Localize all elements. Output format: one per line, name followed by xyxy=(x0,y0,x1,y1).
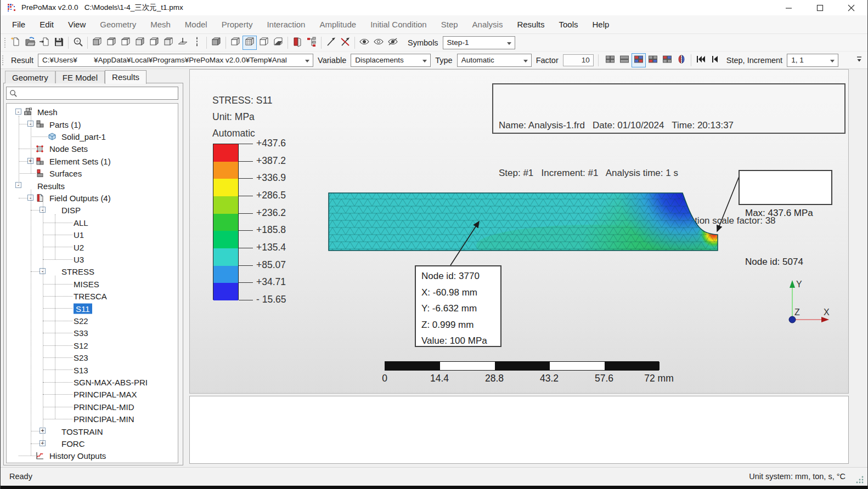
close-button[interactable] xyxy=(838,0,864,15)
tree-item-sgn-max-abs-pri[interactable]: SGN-MAX-ABS-PRI xyxy=(7,376,178,388)
previous-increment-button[interactable] xyxy=(708,53,722,67)
tree-item-forc[interactable]: +FORC xyxy=(7,437,178,450)
view-right-button[interactable] xyxy=(161,36,176,50)
ss-wide-button[interactable] xyxy=(617,53,632,67)
tree-item-u2[interactable]: U2 xyxy=(7,241,178,253)
view-back-button[interactable] xyxy=(104,36,119,50)
import-file-button[interactable] xyxy=(37,36,52,50)
section-plane-button[interactable] xyxy=(176,36,190,50)
show-element-edges-button[interactable] xyxy=(243,36,257,50)
tree-search-input[interactable] xyxy=(6,87,178,100)
tree-item-s11[interactable]: S11 xyxy=(7,302,178,314)
ss-contour-deformed-icon xyxy=(633,54,644,67)
view-wireframe-button[interactable] xyxy=(257,36,271,50)
view-front-button[interactable] xyxy=(90,36,104,50)
menu-item-geometry[interactable]: Geometry xyxy=(93,15,143,33)
tree-item-u3[interactable]: U3 xyxy=(7,253,178,265)
tree-item-all[interactable]: ALL xyxy=(7,217,178,229)
resize-grip[interactable] xyxy=(855,475,864,484)
tree-item-results[interactable]: -Results xyxy=(7,179,178,191)
tree-item-principal-mid[interactable]: PRINCIPAL-MID xyxy=(7,401,178,413)
view-top-button[interactable] xyxy=(119,36,133,50)
tree-item-node-sets[interactable]: Node Sets xyxy=(7,143,178,155)
menu-item-results[interactable]: Results xyxy=(510,15,551,33)
menu-item-analysis[interactable]: Analysis xyxy=(465,15,510,33)
fe-model-mesh[interactable] xyxy=(328,192,719,252)
tree-item-s12[interactable]: S12 xyxy=(7,339,178,351)
symbols-select[interactable]: Step-1 xyxy=(443,36,515,49)
ss-contour-undeformed-button[interactable] xyxy=(660,53,674,67)
toolbar-overflow-button[interactable] xyxy=(854,53,864,67)
menu-item-step[interactable]: Step xyxy=(434,15,465,33)
query-probe-off-button[interactable] xyxy=(338,36,352,50)
tree-item-history-outputs[interactable]: History Outputs xyxy=(7,450,178,462)
view-left-button[interactable] xyxy=(147,36,161,50)
factor-input[interactable] xyxy=(563,54,594,66)
menu-item-view[interactable]: View xyxy=(61,15,93,33)
tree-connector xyxy=(43,259,73,260)
ss-contour-deformed-button[interactable] xyxy=(632,53,646,67)
toolbar-grip[interactable] xyxy=(2,55,4,66)
hide-all-button[interactable] xyxy=(386,36,400,50)
menu-item-tools[interactable]: Tools xyxy=(551,15,585,33)
menu-item-amplitude[interactable]: Amplitude xyxy=(312,15,363,33)
tree-item-s23[interactable]: S23 xyxy=(7,351,178,363)
tree-expander-collapse[interactable]: - xyxy=(15,109,21,115)
tree-item-tresca[interactable]: TRESCA xyxy=(7,290,178,302)
toolbar-grip[interactable] xyxy=(4,37,7,48)
menu-item-edit[interactable]: Edit xyxy=(32,15,61,33)
regenerate-tree-button[interactable] xyxy=(305,36,319,50)
view-section-cut-button[interactable] xyxy=(271,36,285,50)
view-bottom-button[interactable] xyxy=(133,36,147,50)
ss-mirror-button[interactable] xyxy=(674,53,689,67)
menu-item-property[interactable]: Property xyxy=(215,15,260,33)
ss-wide-icon xyxy=(619,54,630,67)
ss-contour-both-button[interactable] xyxy=(646,53,660,67)
type-select[interactable]: Automatic xyxy=(457,54,532,67)
symmetry-axis-button[interactable] xyxy=(190,36,204,50)
tree-item-element-sets-1[interactable]: +Element Sets (1) xyxy=(7,155,178,167)
view-solid-edges-button[interactable] xyxy=(228,36,243,50)
tree-item-stress[interactable]: -STRESS xyxy=(7,265,178,277)
variable-select[interactable]: Displacements xyxy=(351,54,431,67)
menu-item-file[interactable]: File xyxy=(5,15,32,33)
minimize-button[interactable] xyxy=(776,0,801,15)
zoom-to-fit-button[interactable] xyxy=(71,36,85,50)
ss-undeformed-button[interactable] xyxy=(603,53,617,67)
tree-item-field-outputs-4[interactable]: -Field Outputs (4) xyxy=(7,192,178,204)
result-file-select[interactable]: C:¥Users¥ ¥AppData¥Local¥Programs¥PrePoM… xyxy=(38,54,313,67)
tree-item-s33[interactable]: S33 xyxy=(7,327,178,339)
tree-item-s13[interactable]: S13 xyxy=(7,363,178,376)
tree-item-s22[interactable]: S22 xyxy=(7,315,178,327)
tree-item-principal-max[interactable]: PRINCIPAL-MAX xyxy=(7,388,178,400)
menu-item-model[interactable]: Model xyxy=(178,15,215,33)
status-unit-system: Unit system: mm, ton, s, °C xyxy=(749,468,846,486)
tree-item-surfaces[interactable]: Surfaces xyxy=(7,167,178,179)
tree-item-tostrain[interactable]: +TOSTRAIN xyxy=(7,425,178,437)
tab-results[interactable]: Results xyxy=(105,70,146,84)
tree-item-disp[interactable]: -DISP xyxy=(7,204,178,216)
tab-geometry[interactable]: Geometry xyxy=(5,71,55,83)
tree-item-principal-min[interactable]: PRINCIPAL-MIN xyxy=(7,413,178,425)
view-solid-button[interactable] xyxy=(209,36,223,50)
save-button[interactable] xyxy=(52,36,66,50)
maximize-button[interactable] xyxy=(807,0,832,15)
tree-item-mises[interactable]: MISES xyxy=(7,278,178,290)
tab-fe-model[interactable]: FE Model xyxy=(55,71,105,83)
show-all-button[interactable] xyxy=(357,36,371,50)
open-file-button[interactable] xyxy=(23,36,37,50)
tree-item-solid-part-1[interactable]: Solid_part-1 xyxy=(7,130,178,143)
menu-item-mesh[interactable]: Mesh xyxy=(143,15,178,33)
new-file-button[interactable] xyxy=(9,36,23,50)
query-probe-button[interactable] xyxy=(324,36,338,50)
first-increment-button[interactable] xyxy=(694,53,708,67)
contour-plot-button[interactable] xyxy=(290,36,305,50)
step-increment-select[interactable]: 1, 1 xyxy=(787,54,838,67)
menu-item-initial-condition[interactable]: Initial Condition xyxy=(363,15,434,33)
menu-item-interaction[interactable]: Interaction xyxy=(260,15,312,33)
tree-item-parts-1[interactable]: -Parts (1) xyxy=(7,118,178,130)
menu-item-help[interactable]: Help xyxy=(585,15,616,33)
tree-item-u1[interactable]: U1 xyxy=(7,229,178,241)
show-only-selected-button[interactable] xyxy=(371,36,386,50)
tree-item-mesh[interactable]: -Mesh xyxy=(7,106,178,118)
